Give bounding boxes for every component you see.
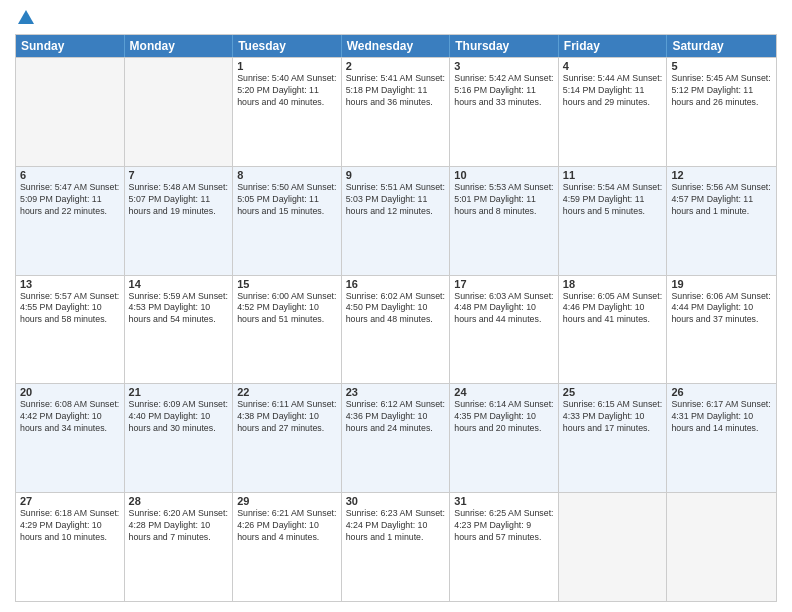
calendar-cell: 26Sunrise: 6:17 AM Sunset: 4:31 PM Dayli… — [667, 384, 776, 492]
calendar-row: 20Sunrise: 6:08 AM Sunset: 4:42 PM Dayli… — [16, 383, 776, 492]
day-number: 12 — [671, 169, 772, 181]
day-number: 5 — [671, 60, 772, 72]
calendar-cell: 13Sunrise: 5:57 AM Sunset: 4:55 PM Dayli… — [16, 276, 125, 384]
day-number: 30 — [346, 495, 446, 507]
day-number: 29 — [237, 495, 337, 507]
day-info: Sunrise: 5:40 AM Sunset: 5:20 PM Dayligh… — [237, 73, 337, 109]
day-number: 3 — [454, 60, 554, 72]
weekday-header: Thursday — [450, 35, 559, 57]
calendar-cell: 21Sunrise: 6:09 AM Sunset: 4:40 PM Dayli… — [125, 384, 234, 492]
weekday-header: Friday — [559, 35, 668, 57]
weekday-header: Sunday — [16, 35, 125, 57]
day-number: 8 — [237, 169, 337, 181]
day-info: Sunrise: 6:09 AM Sunset: 4:40 PM Dayligh… — [129, 399, 229, 435]
day-number: 14 — [129, 278, 229, 290]
day-info: Sunrise: 5:45 AM Sunset: 5:12 PM Dayligh… — [671, 73, 772, 109]
day-number: 16 — [346, 278, 446, 290]
day-number: 15 — [237, 278, 337, 290]
day-info: Sunrise: 6:21 AM Sunset: 4:26 PM Dayligh… — [237, 508, 337, 544]
day-info: Sunrise: 5:59 AM Sunset: 4:53 PM Dayligh… — [129, 291, 229, 327]
calendar-cell: 10Sunrise: 5:53 AM Sunset: 5:01 PM Dayli… — [450, 167, 559, 275]
logo-icon — [18, 10, 34, 24]
calendar-cell: 17Sunrise: 6:03 AM Sunset: 4:48 PM Dayli… — [450, 276, 559, 384]
day-number: 28 — [129, 495, 229, 507]
calendar-cell: 28Sunrise: 6:20 AM Sunset: 4:28 PM Dayli… — [125, 493, 234, 601]
calendar-cell: 2Sunrise: 5:41 AM Sunset: 5:18 PM Daylig… — [342, 58, 451, 166]
calendar-cell: 27Sunrise: 6:18 AM Sunset: 4:29 PM Dayli… — [16, 493, 125, 601]
weekday-header: Tuesday — [233, 35, 342, 57]
day-number: 13 — [20, 278, 120, 290]
day-info: Sunrise: 6:23 AM Sunset: 4:24 PM Dayligh… — [346, 508, 446, 544]
day-number: 11 — [563, 169, 663, 181]
day-info: Sunrise: 6:18 AM Sunset: 4:29 PM Dayligh… — [20, 508, 120, 544]
calendar-body: 1Sunrise: 5:40 AM Sunset: 5:20 PM Daylig… — [16, 57, 776, 601]
day-info: Sunrise: 5:51 AM Sunset: 5:03 PM Dayligh… — [346, 182, 446, 218]
day-info: Sunrise: 6:15 AM Sunset: 4:33 PM Dayligh… — [563, 399, 663, 435]
day-info: Sunrise: 5:41 AM Sunset: 5:18 PM Dayligh… — [346, 73, 446, 109]
calendar-cell: 31Sunrise: 6:25 AM Sunset: 4:23 PM Dayli… — [450, 493, 559, 601]
calendar-row: 27Sunrise: 6:18 AM Sunset: 4:29 PM Dayli… — [16, 492, 776, 601]
weekday-header: Monday — [125, 35, 234, 57]
day-info: Sunrise: 6:20 AM Sunset: 4:28 PM Dayligh… — [129, 508, 229, 544]
day-number: 9 — [346, 169, 446, 181]
calendar-row: 1Sunrise: 5:40 AM Sunset: 5:20 PM Daylig… — [16, 57, 776, 166]
day-info: Sunrise: 6:12 AM Sunset: 4:36 PM Dayligh… — [346, 399, 446, 435]
day-info: Sunrise: 6:06 AM Sunset: 4:44 PM Dayligh… — [671, 291, 772, 327]
day-number: 19 — [671, 278, 772, 290]
day-info: Sunrise: 6:25 AM Sunset: 4:23 PM Dayligh… — [454, 508, 554, 544]
day-info: Sunrise: 6:08 AM Sunset: 4:42 PM Dayligh… — [20, 399, 120, 435]
weekday-header: Saturday — [667, 35, 776, 57]
day-info: Sunrise: 6:00 AM Sunset: 4:52 PM Dayligh… — [237, 291, 337, 327]
calendar-cell: 8Sunrise: 5:50 AM Sunset: 5:05 PM Daylig… — [233, 167, 342, 275]
calendar-cell — [559, 493, 668, 601]
calendar-cell: 20Sunrise: 6:08 AM Sunset: 4:42 PM Dayli… — [16, 384, 125, 492]
day-info: Sunrise: 5:42 AM Sunset: 5:16 PM Dayligh… — [454, 73, 554, 109]
calendar-header: SundayMondayTuesdayWednesdayThursdayFrid… — [16, 35, 776, 57]
day-number: 22 — [237, 386, 337, 398]
calendar-cell: 4Sunrise: 5:44 AM Sunset: 5:14 PM Daylig… — [559, 58, 668, 166]
page-header — [15, 10, 777, 26]
day-number: 2 — [346, 60, 446, 72]
day-number: 18 — [563, 278, 663, 290]
day-info: Sunrise: 5:48 AM Sunset: 5:07 PM Dayligh… — [129, 182, 229, 218]
calendar-cell — [125, 58, 234, 166]
calendar-cell — [16, 58, 125, 166]
calendar-cell: 25Sunrise: 6:15 AM Sunset: 4:33 PM Dayli… — [559, 384, 668, 492]
day-number: 26 — [671, 386, 772, 398]
calendar-cell: 14Sunrise: 5:59 AM Sunset: 4:53 PM Dayli… — [125, 276, 234, 384]
day-info: Sunrise: 5:50 AM Sunset: 5:05 PM Dayligh… — [237, 182, 337, 218]
day-info: Sunrise: 6:14 AM Sunset: 4:35 PM Dayligh… — [454, 399, 554, 435]
day-info: Sunrise: 6:05 AM Sunset: 4:46 PM Dayligh… — [563, 291, 663, 327]
calendar-cell: 9Sunrise: 5:51 AM Sunset: 5:03 PM Daylig… — [342, 167, 451, 275]
weekday-header: Wednesday — [342, 35, 451, 57]
day-info: Sunrise: 5:56 AM Sunset: 4:57 PM Dayligh… — [671, 182, 772, 218]
calendar-cell: 1Sunrise: 5:40 AM Sunset: 5:20 PM Daylig… — [233, 58, 342, 166]
day-info: Sunrise: 5:54 AM Sunset: 4:59 PM Dayligh… — [563, 182, 663, 218]
calendar-cell: 24Sunrise: 6:14 AM Sunset: 4:35 PM Dayli… — [450, 384, 559, 492]
day-info: Sunrise: 6:11 AM Sunset: 4:38 PM Dayligh… — [237, 399, 337, 435]
calendar-cell: 30Sunrise: 6:23 AM Sunset: 4:24 PM Dayli… — [342, 493, 451, 601]
calendar-cell: 11Sunrise: 5:54 AM Sunset: 4:59 PM Dayli… — [559, 167, 668, 275]
calendar-cell: 22Sunrise: 6:11 AM Sunset: 4:38 PM Dayli… — [233, 384, 342, 492]
day-info: Sunrise: 5:53 AM Sunset: 5:01 PM Dayligh… — [454, 182, 554, 218]
calendar-cell: 18Sunrise: 6:05 AM Sunset: 4:46 PM Dayli… — [559, 276, 668, 384]
calendar-cell: 5Sunrise: 5:45 AM Sunset: 5:12 PM Daylig… — [667, 58, 776, 166]
day-number: 7 — [129, 169, 229, 181]
day-number: 21 — [129, 386, 229, 398]
calendar-row: 13Sunrise: 5:57 AM Sunset: 4:55 PM Dayli… — [16, 275, 776, 384]
day-number: 23 — [346, 386, 446, 398]
day-info: Sunrise: 5:57 AM Sunset: 4:55 PM Dayligh… — [20, 291, 120, 327]
day-info: Sunrise: 6:03 AM Sunset: 4:48 PM Dayligh… — [454, 291, 554, 327]
day-info: Sunrise: 6:02 AM Sunset: 4:50 PM Dayligh… — [346, 291, 446, 327]
day-info: Sunrise: 5:47 AM Sunset: 5:09 PM Dayligh… — [20, 182, 120, 218]
calendar-cell: 16Sunrise: 6:02 AM Sunset: 4:50 PM Dayli… — [342, 276, 451, 384]
calendar-row: 6Sunrise: 5:47 AM Sunset: 5:09 PM Daylig… — [16, 166, 776, 275]
calendar-cell: 3Sunrise: 5:42 AM Sunset: 5:16 PM Daylig… — [450, 58, 559, 166]
day-number: 10 — [454, 169, 554, 181]
calendar-cell: 12Sunrise: 5:56 AM Sunset: 4:57 PM Dayli… — [667, 167, 776, 275]
calendar-cell: 7Sunrise: 5:48 AM Sunset: 5:07 PM Daylig… — [125, 167, 234, 275]
calendar-cell: 23Sunrise: 6:12 AM Sunset: 4:36 PM Dayli… — [342, 384, 451, 492]
day-number: 1 — [237, 60, 337, 72]
day-number: 24 — [454, 386, 554, 398]
calendar-cell: 6Sunrise: 5:47 AM Sunset: 5:09 PM Daylig… — [16, 167, 125, 275]
